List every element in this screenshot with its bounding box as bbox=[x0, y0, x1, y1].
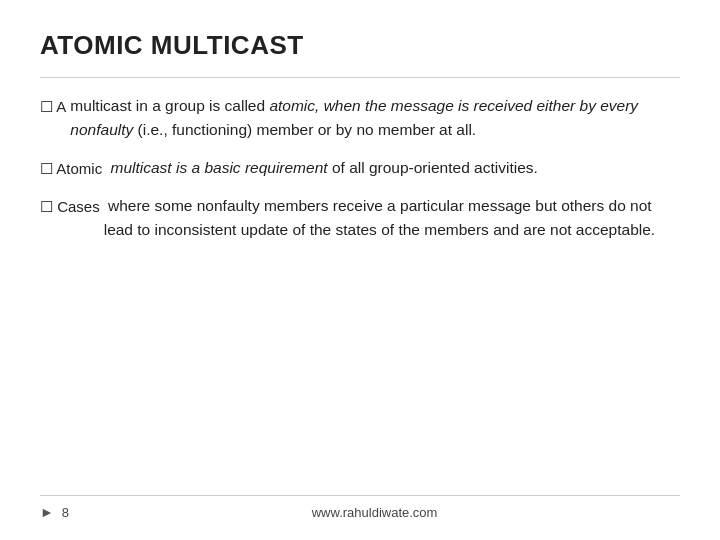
bullet-marker-2: ☐ Atomic bbox=[40, 157, 102, 180]
slide-footer: ► 8 www.rahuldiwate.com bbox=[40, 495, 680, 520]
bullet-item-1: ☐ A multicast in a group is called atomi… bbox=[40, 94, 680, 142]
footer-url: www.rahuldiwate.com bbox=[69, 505, 680, 520]
slide-title: ATOMIC MULTICAST bbox=[40, 30, 680, 61]
slide-content: ☐ A multicast in a group is called atomi… bbox=[40, 94, 680, 495]
bullet-text-1: multicast in a group is called atomic, w… bbox=[70, 94, 680, 142]
arrow-icon: ► bbox=[40, 504, 54, 520]
bullet-marker-1: ☐ A bbox=[40, 95, 66, 118]
bullet-marker-3: ☐ Cases bbox=[40, 195, 100, 218]
bullet-item-2: ☐ Atomic multicast is a basic requiremen… bbox=[40, 156, 680, 180]
slide: ATOMIC MULTICAST ☐ A multicast in a grou… bbox=[0, 0, 720, 540]
bullet-item-3: ☐ Cases where some nonfaulty members rec… bbox=[40, 194, 680, 242]
title-divider bbox=[40, 77, 680, 78]
page-number: 8 bbox=[62, 505, 69, 520]
bullet-text-2: multicast is a basic requirement of all … bbox=[106, 156, 680, 180]
bullet-text-3: where some nonfaulty members receive a p… bbox=[104, 194, 680, 242]
